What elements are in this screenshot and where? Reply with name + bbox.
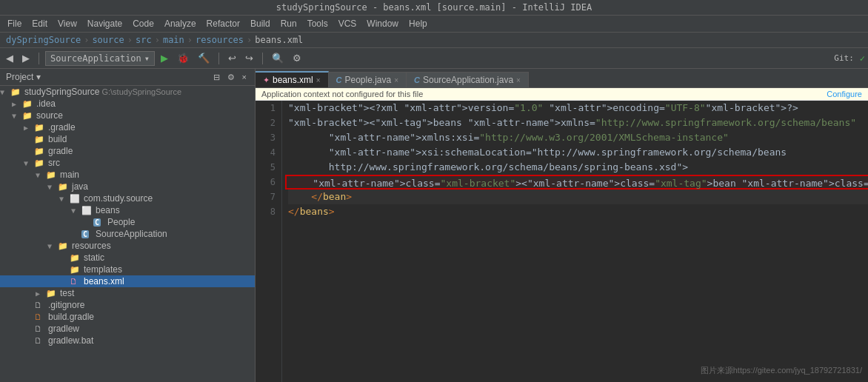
tree-node-beans[interactable]: ▼⬜beans: [0, 204, 255, 216]
tree-arrow-icon: ▼: [0, 88, 10, 96]
menu-item-run[interactable]: Run: [276, 17, 301, 30]
menu-item-help[interactable]: Help: [404, 17, 432, 30]
tree-node-label: gradlew: [48, 324, 79, 334]
toolbar-separator-2: [218, 53, 219, 64]
tree-node-icon: 📁: [46, 289, 58, 298]
sidebar-menu-button[interactable]: ⊟: [211, 73, 222, 82]
title-text: studySpringSource - beans.xml [source.ma…: [276, 2, 592, 13]
tree-node-build[interactable]: 📁build: [0, 133, 255, 145]
sidebar-close-button[interactable]: ×: [240, 73, 249, 82]
tree-node-templates[interactable]: 📁templates: [0, 264, 255, 275]
search-button[interactable]: 🔍: [269, 51, 287, 65]
breadcrumb-separator: ›: [187, 35, 193, 45]
menu-item-navigate[interactable]: Navigate: [83, 17, 127, 30]
menu-item-edit[interactable]: Edit: [27, 17, 52, 30]
breadcrumb-separator: ›: [84, 35, 89, 45]
tree-arrow-icon: ▶: [12, 100, 22, 108]
tab-type-icon: ✦: [263, 76, 270, 85]
tree-arrow-icon: ▼: [36, 171, 46, 179]
tab-close-button[interactable]: ×: [394, 76, 398, 84]
menu-item-code[interactable]: Code: [128, 17, 158, 30]
tree-node-icon: 🗋: [34, 324, 46, 334]
toolbar: ◀ ▶ SourceApplication ▾ ▶ 🐞 🔨 ↩ ↪ 🔍 ⚙ Gi…: [0, 48, 868, 69]
run-button[interactable]: ▶: [158, 51, 171, 65]
line-number: 2: [261, 115, 276, 130]
menu-item-vcs[interactable]: VCS: [334, 17, 361, 30]
menu-item-file[interactable]: File: [3, 17, 26, 30]
redo-button[interactable]: ↪: [242, 51, 256, 65]
tree-arrow-icon: ▼: [47, 183, 58, 191]
run-config-dropdown[interactable]: SourceApplication ▾: [45, 51, 155, 66]
menu-item-window[interactable]: Window: [362, 17, 403, 30]
tree-node-icon: 📁: [22, 111, 34, 121]
tree-node-icon: ⬜: [70, 194, 81, 204]
breadcrumb-item-main[interactable]: main: [163, 35, 184, 45]
tree-node-com-study-source[interactable]: ▼⬜com.study.source: [0, 192, 255, 204]
tree-node-beans-xml[interactable]: 🗋beans.xml: [0, 275, 255, 287]
tree-node-source[interactable]: ▼📁source: [0, 110, 255, 121]
code-line: "xml-bracket"><"xml-tag">beans "xml-attr…: [288, 115, 868, 130]
build-button[interactable]: 🔨: [195, 51, 213, 65]
tree-node-icon: 📁: [22, 99, 34, 109]
tree-node-label: com.study.source: [84, 193, 153, 204]
breadcrumb-item-resources[interactable]: resources: [196, 35, 244, 45]
debug-button[interactable]: 🐞: [174, 51, 192, 65]
breadcrumb-item-beans-xml[interactable]: beans.xml: [255, 35, 303, 45]
tree-node-People[interactable]: CPeople: [0, 216, 255, 228]
tab-close-button[interactable]: ×: [316, 76, 321, 84]
code-line: "xml-bracket"><?xml "xml-attr">version="…: [288, 101, 868, 115]
settings-button[interactable]: ⚙: [290, 51, 304, 65]
tree-node-gradlew[interactable]: 🗋gradlew: [0, 323, 255, 335]
code-content[interactable]: "xml-bracket"><?xml "xml-attr">version="…: [282, 101, 868, 382]
code-line: "xml-attr-name">xsi:schemaLocation="http…: [288, 145, 868, 160]
tree-node-src[interactable]: ▼📁src: [0, 157, 255, 169]
code-line: http://www.springframework.org/schema/be…: [288, 160, 868, 175]
breadcrumb-item-dySpringSource[interactable]: dySpringSource: [6, 35, 81, 45]
info-text: Application context not configured for t…: [261, 90, 423, 98]
code-editor[interactable]: 12345678 "xml-bracket"><?xml "xml-attr">…: [256, 101, 868, 382]
tree-node-gradle[interactable]: 📁gradle: [0, 145, 255, 157]
tree-node-icon: C: [93, 218, 105, 227]
project-sidebar: Project ▾ ⊟ ⚙ × ▼📁studySpringSource G:\s…: [0, 69, 256, 382]
tree-node-gradlew-bat[interactable]: 🗋gradlew.bat: [0, 335, 255, 346]
back-button[interactable]: ◀: [3, 51, 16, 65]
tree-node-label: source: [36, 110, 63, 121]
tab-label: SourceApplication.java: [423, 75, 513, 85]
code-line: </bean>: [288, 190, 868, 204]
tree-node-main[interactable]: ▼📁main: [0, 169, 255, 181]
tab-close-button[interactable]: ×: [516, 76, 521, 84]
line-number: 3: [261, 130, 276, 145]
breadcrumb-item-source[interactable]: source: [92, 35, 124, 45]
main-layout: Project ▾ ⊟ ⚙ × ▼📁studySpringSource G:\s…: [0, 69, 868, 382]
tree-node-resources[interactable]: ▼📁resources: [0, 240, 255, 252]
tree-arrow-icon: ▼: [47, 242, 58, 250]
menu-item-tools[interactable]: Tools: [303, 17, 333, 30]
tree-node-label: beans: [96, 205, 120, 215]
configure-link[interactable]: Configure: [827, 90, 862, 98]
forward-button[interactable]: ▶: [19, 51, 33, 65]
breadcrumb-item-src[interactable]: src: [136, 35, 152, 45]
tab-label: People.java: [345, 75, 392, 85]
menu-item-build[interactable]: Build: [246, 17, 275, 30]
tab-sourceapp-java[interactable]: CSourceApplication.java×: [407, 72, 529, 87]
tree-node-java[interactable]: ▼📁java: [0, 181, 255, 192]
tree-node--gitignore[interactable]: 🗋.gitignore: [0, 299, 255, 311]
tree-node-test[interactable]: ▶📁test: [0, 287, 255, 299]
tree-node-gradle-dir[interactable]: ▶📁.gradle: [0, 121, 255, 133]
sidebar-settings-button[interactable]: ⚙: [225, 73, 237, 82]
tree-node-build-gradle[interactable]: 🗋build.gradle: [0, 311, 255, 323]
tree-node-static[interactable]: 📁static: [0, 252, 255, 264]
tree-node-SourceApplication[interactable]: CSourceApplication: [0, 228, 255, 240]
tab-people-java[interactable]: CPeople.java×: [329, 72, 407, 87]
title-bar: studySpringSource - beans.xml [source.ma…: [0, 0, 868, 16]
editor-area: ✦beans.xml×CPeople.java×CSourceApplicati…: [256, 69, 868, 382]
tab-beans-xml[interactable]: ✦beans.xml×: [256, 71, 329, 87]
undo-button[interactable]: ↩: [225, 51, 239, 65]
menu-item-refactor[interactable]: Refactor: [202, 17, 244, 30]
menu-item-analyze[interactable]: Analyze: [160, 17, 201, 30]
tree-node-label: static: [84, 252, 104, 263]
line-number: 7: [261, 190, 276, 204]
tree-node-studySpringSource[interactable]: ▼📁studySpringSource G:\studySpringSource: [0, 86, 255, 98]
menu-item-view[interactable]: View: [53, 17, 81, 30]
tree-node-idea[interactable]: ▶📁.idea: [0, 98, 255, 110]
